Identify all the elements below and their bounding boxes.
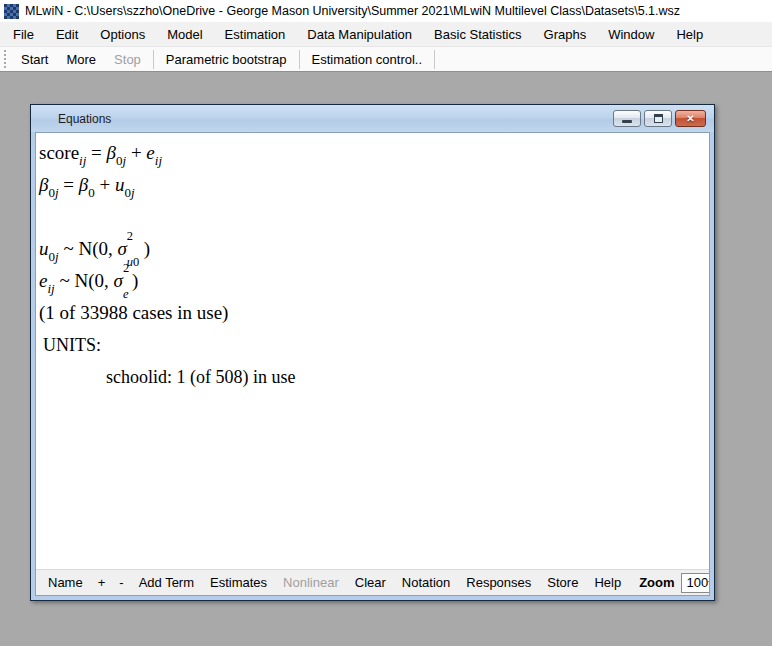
menu-item-graphs[interactable]: Graphs	[533, 22, 598, 46]
nonlinear-button: Nonlinear	[275, 575, 347, 590]
start-button[interactable]: Start	[12, 52, 57, 67]
menu-item-edit[interactable]: Edit	[45, 22, 89, 46]
equals-sign: =	[59, 174, 79, 195]
menu-item-help[interactable]: Help	[665, 22, 714, 46]
menu-item-label: Basic Statistics	[434, 27, 521, 42]
zoom-value: 100	[687, 575, 709, 590]
subscript: j	[131, 185, 135, 200]
equation-blank-line	[39, 201, 709, 233]
equations-window-title: Equations	[58, 112, 111, 126]
menu-item-options[interactable]: Options	[89, 22, 156, 46]
store-button[interactable]: Store	[539, 575, 586, 590]
menu-item-data-manipulation[interactable]: Data Manipulation	[296, 22, 423, 46]
zoom-combobox[interactable]: 100	[681, 573, 710, 593]
plus-sign: +	[126, 142, 146, 163]
add-term-button[interactable]: Add Term	[131, 575, 202, 590]
menu-item-label: Estimation	[225, 27, 286, 42]
term-score: score	[39, 142, 79, 163]
term-beta0: β	[79, 174, 88, 195]
cases-in-use-text: (1 of 33988 cases in use)	[39, 297, 709, 329]
restore-icon	[654, 114, 663, 123]
menu-item-label: Model	[167, 27, 202, 42]
close-button[interactable]: ✕	[675, 110, 706, 127]
notation-button[interactable]: Notation	[394, 575, 458, 590]
term-beta0j: β	[107, 142, 116, 163]
minimize-icon	[622, 120, 632, 123]
menu-item-label: Graphs	[544, 27, 587, 42]
toolbar-separator	[153, 50, 154, 69]
menu-item-estimation[interactable]: Estimation	[214, 22, 297, 46]
estimation-control-button[interactable]: Estimation control..	[303, 52, 432, 67]
term-e: e	[146, 142, 154, 163]
superscript: 2	[123, 262, 129, 275]
menu-item-label: Options	[100, 27, 145, 42]
equations-toolbar: Name + - Add Term Estimates Nonlinear Cl…	[36, 569, 709, 595]
distribution-text: ~ N(0,	[59, 238, 118, 259]
subscript: e	[123, 287, 129, 301]
equations-window: Equations ✕ scoreij = β0j + eij β0j = β0…	[30, 104, 715, 601]
minimize-button[interactable]	[613, 110, 641, 127]
toolbar: Start More Stop Parametric bootstrap Est…	[0, 47, 772, 72]
menu-item-file[interactable]: File	[2, 22, 45, 46]
subscript: ij	[155, 153, 162, 168]
window-controls: ✕	[613, 110, 706, 127]
help-button[interactable]: Help	[586, 575, 629, 590]
menu-item-label: Window	[608, 27, 654, 42]
plus-button[interactable]: +	[91, 575, 113, 590]
clear-button[interactable]: Clear	[347, 575, 394, 590]
more-button[interactable]: More	[57, 52, 105, 67]
equation-line-score[interactable]: scoreij = β0j + eij	[39, 137, 709, 169]
superscript: 2	[127, 230, 133, 243]
units-label: UNITS:	[39, 329, 709, 361]
term-u: u	[39, 238, 49, 259]
equation-line-beta[interactable]: β0j = β0 + u0j	[39, 169, 709, 201]
units-detail: schoolid: 1 (of 508) in use	[39, 361, 709, 393]
menu-item-label: File	[13, 27, 34, 42]
parametric-bootstrap-button[interactable]: Parametric bootstrap	[157, 52, 296, 67]
app-titlebar: MLwiN - C:\Users\szzho\OneDrive - George…	[0, 0, 772, 22]
equations-titlebar[interactable]: Equations ✕	[31, 105, 714, 132]
menu-item-window[interactable]: Window	[597, 22, 665, 46]
term-u: u	[115, 174, 125, 195]
minus-button[interactable]: -	[112, 575, 130, 590]
paren: )	[132, 270, 138, 291]
close-icon: ✕	[686, 114, 694, 124]
stop-button: Stop	[105, 52, 150, 67]
menu-item-label: Edit	[56, 27, 78, 42]
estimates-button[interactable]: Estimates	[202, 575, 275, 590]
toolbar-grip-handle[interactable]	[4, 50, 6, 68]
subscript: 0	[133, 255, 139, 269]
subscript: ij	[47, 281, 54, 296]
equation-line-u-dist[interactable]: u0j ~ N(0, σ2u0)	[39, 233, 709, 265]
equations-content: scoreij = β0j + eij β0j = β0 + u0j u0j ~…	[36, 133, 709, 569]
equation-line-e-dist[interactable]: eij ~ N(0, σ2e)	[39, 265, 709, 297]
mlwin-app-icon[interactable]	[4, 4, 19, 19]
restore-button[interactable]	[644, 110, 672, 127]
zoom-label: Zoom	[629, 575, 680, 590]
toolbar-separator	[434, 50, 435, 69]
app-title: MLwiN - C:\Users\szzho\OneDrive - George…	[25, 4, 680, 18]
paren: )	[144, 238, 150, 259]
menu-item-label: Data Manipulation	[307, 27, 412, 42]
menubar: File Edit Options Model Estimation Data …	[0, 22, 772, 47]
menu-item-label: Help	[676, 27, 703, 42]
distribution-text: ~ N(0,	[55, 270, 114, 291]
equations-inner: scoreij = β0j + eij β0j = β0 + u0j u0j ~…	[35, 132, 710, 596]
name-button[interactable]: Name	[40, 575, 91, 590]
menu-item-model[interactable]: Model	[156, 22, 213, 46]
term-sigma-e: σ	[114, 270, 123, 291]
responses-button[interactable]: Responses	[458, 575, 539, 590]
equals-sign: =	[86, 142, 106, 163]
menu-item-basic-statistics[interactable]: Basic Statistics	[423, 22, 532, 46]
term-sigma-u: σ	[117, 238, 126, 259]
chevron-down-icon[interactable]	[708, 581, 710, 585]
plus-sign: +	[95, 174, 115, 195]
toolbar-separator	[299, 50, 300, 69]
